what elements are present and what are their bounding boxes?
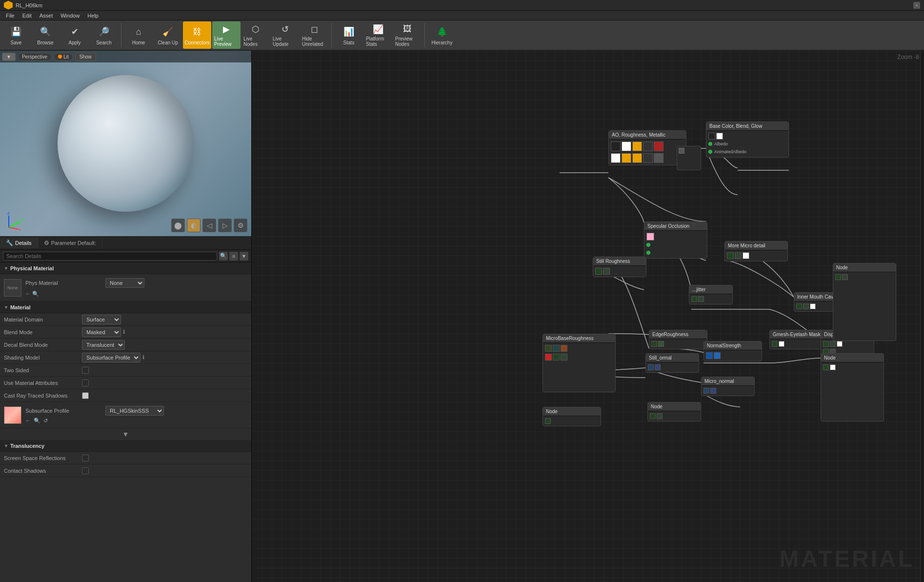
- so-pin-row-2: [646, 249, 705, 256]
- contact-shadows-checkbox[interactable]: [82, 467, 89, 474]
- more-micro-detail-node[interactable]: More Micro detail: [724, 241, 788, 261]
- base-color-node[interactable]: Base Color, Blend, Glow Albedo Anima: [706, 121, 789, 158]
- home-button[interactable]: ⌂ Home: [124, 21, 153, 49]
- livenodes-label: Live Nodes: [243, 36, 268, 47]
- browse-button[interactable]: 🔍 Browse: [31, 21, 60, 49]
- paramdefault-tab[interactable]: ⚙ Parameter Default:: [38, 238, 102, 248]
- ao-roughness-node[interactable]: AO, Roughness, Metallic: [608, 130, 686, 165]
- menu-edit[interactable]: Edit: [19, 12, 36, 20]
- lower-right-node-1[interactable]: Node: [821, 353, 884, 421]
- subsurface-refresh-icon[interactable]: ↺: [43, 418, 48, 424]
- search-icon: 🔎: [97, 25, 111, 39]
- liveupdate-button[interactable]: ↺ Live Update: [271, 21, 299, 49]
- decal-blend-mode-select[interactable]: Translucent: [82, 340, 125, 350]
- viewport-btn-prev1[interactable]: ◁: [202, 219, 216, 232]
- menu-window[interactable]: Window: [57, 12, 83, 20]
- phys-material-search-icon[interactable]: 🔍: [32, 291, 39, 297]
- hideunrelated-label: Hide Unrelated: [302, 36, 326, 47]
- toolbar-separator-3: [424, 23, 425, 47]
- specular-occlusion-node[interactable]: Specular Occlusion: [644, 221, 707, 259]
- details-tab[interactable]: 🔧 Details: [0, 238, 38, 248]
- liveprev-button[interactable]: ▶ Live Preview: [212, 21, 241, 49]
- search-grid-icon[interactable]: ≡: [229, 252, 238, 261]
- right-graph-node-1[interactable]: Node: [833, 263, 896, 341]
- rg1-s1: [835, 274, 841, 280]
- small-node-1[interactable]: [677, 146, 701, 170]
- microbase-roughness-node[interactable]: MicroBaseRoughness: [542, 334, 616, 392]
- viewport-btn-settings[interactable]: ⚙: [234, 219, 247, 232]
- platformstats-button[interactable]: 📈 Platform Stats: [364, 21, 392, 49]
- material-domain-value: Surface: [82, 315, 247, 324]
- menu-file[interactable]: File: [2, 12, 19, 20]
- apply-icon: ✔: [68, 25, 81, 39]
- swatch-6: [611, 153, 621, 163]
- search-filter-icon[interactable]: ▼: [240, 252, 248, 261]
- edge-roughness-node[interactable]: EdgeRoughness: [649, 330, 707, 349]
- jitter-node[interactable]: ...jitter: [689, 285, 733, 304]
- decal-blend-mode-value: Translucent: [82, 340, 247, 350]
- viewport-btn-light[interactable]: ◐: [187, 219, 201, 232]
- search-magnify-icon[interactable]: 🔍: [219, 252, 228, 261]
- phys-material-preview: None: [4, 279, 21, 297]
- translucency-section-header[interactable]: ▼ Translucency: [0, 440, 251, 452]
- phys-material-back-icon[interactable]: ←: [25, 291, 31, 297]
- search-details-input[interactable]: [3, 252, 217, 261]
- subsurface-search-icon[interactable]: 🔍: [34, 418, 40, 424]
- normal-strength-node[interactable]: NormalStrength: [703, 341, 762, 361]
- im-swatch-2: [803, 303, 809, 309]
- lit-toggle[interactable]: Lit: [54, 53, 73, 61]
- show-button[interactable]: Show: [75, 53, 96, 61]
- connectors-button[interactable]: ⛓ Connectors: [183, 21, 211, 49]
- blend-mode-select[interactable]: Masked: [82, 327, 121, 337]
- stats-button[interactable]: 📊 Stats: [335, 21, 363, 49]
- ao-roughness-swatches2: [611, 153, 684, 163]
- close-button[interactable]: ×: [913, 2, 920, 9]
- mbr-s3: [561, 345, 567, 352]
- previewnodes-button[interactable]: 🖼 Preview Nodes: [393, 21, 422, 49]
- still-roughness-node[interactable]: Still Roughness: [593, 257, 646, 277]
- screen-space-reflections-checkbox[interactable]: [82, 455, 89, 462]
- bottom-node-2[interactable]: Node: [647, 402, 701, 421]
- hideunrelated-button[interactable]: ◻ Hide Unrelated: [300, 21, 328, 49]
- phys-material-select[interactable]: None: [105, 278, 144, 288]
- physical-material-section-header[interactable]: ▼ Physical Material: [0, 262, 251, 274]
- cast-ray-traced-shadows-checkbox[interactable]: [82, 392, 89, 399]
- swatch-8: [632, 153, 642, 163]
- bottom-node-1-header: Node: [543, 407, 601, 416]
- use-material-attributes-checkbox[interactable]: [82, 380, 89, 386]
- subsurface-back-icon[interactable]: ←: [25, 418, 31, 424]
- material-section-header[interactable]: ▼ Material: [0, 301, 251, 313]
- viewport-btn-sphere[interactable]: ⬤: [171, 219, 185, 232]
- base-color-swatches: [708, 133, 786, 140]
- swatch-4: [643, 141, 653, 151]
- menu-asset[interactable]: Asset: [36, 12, 57, 20]
- viewport[interactable]: ▼ Perspective Lit Show X: [0, 51, 251, 236]
- node-editor[interactable]: Zoom -8: [252, 51, 924, 582]
- paramdefault-tab-icon: ⚙: [44, 240, 49, 246]
- two-sided-checkbox[interactable]: [82, 367, 89, 374]
- node-canvas[interactable]: AO, Roughness, Metallic: [252, 51, 924, 582]
- still-normal-node[interactable]: Still_ormal: [645, 353, 699, 373]
- viewport-btn-next1[interactable]: ▷: [218, 219, 232, 232]
- lr1-s2: [830, 364, 836, 370]
- jitter-body: [689, 294, 732, 304]
- shading-model-select[interactable]: Subsurface Profile: [82, 353, 141, 362]
- apply-button[interactable]: ✔ Apply: [60, 21, 89, 49]
- cleanup-button[interactable]: 🧹 Clean Up: [154, 21, 182, 49]
- vertical-scrollbar[interactable]: [920, 51, 924, 582]
- material-section-arrow: ▼: [4, 305, 8, 310]
- node-editor-background: Zoom -8: [252, 51, 924, 582]
- subsurface-profile-select[interactable]: RL_HGSkinSSS: [105, 406, 164, 416]
- micro-normal-node[interactable]: Micro_normal: [701, 377, 755, 396]
- save-button[interactable]: 💾 Save: [2, 21, 30, 49]
- viewport-mode-button[interactable]: ▼: [2, 53, 16, 61]
- search-button[interactable]: 🔎 Search: [90, 21, 118, 49]
- material-domain-select[interactable]: Surface: [82, 315, 121, 324]
- bottom-node-1[interactable]: Node: [542, 407, 601, 426]
- livenodes-button[interactable]: ⬡ Live Nodes: [241, 21, 270, 49]
- right-graph-node-1-body: [833, 272, 896, 282]
- menu-help[interactable]: Help: [83, 12, 102, 20]
- subsurface-expand-icon[interactable]: ▼: [122, 430, 129, 438]
- hierarchy-button[interactable]: 🌲 Hierarchy: [428, 21, 456, 49]
- perspective-toggle[interactable]: Perspective: [18, 53, 52, 61]
